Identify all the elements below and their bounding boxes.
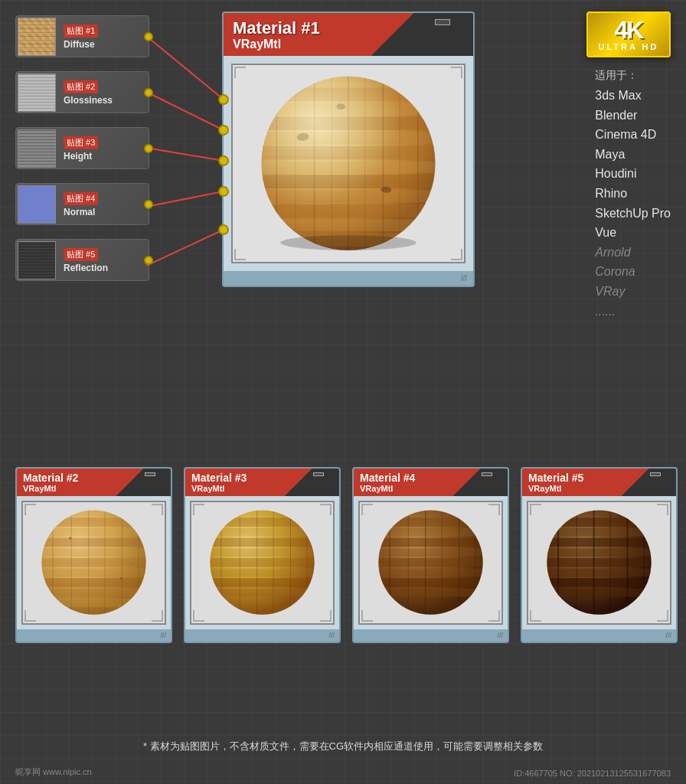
- nodes-panel: 贴图 #1 Diffuse 贴图 #2 Glossiness 贴图 #3 Hei…: [15, 15, 168, 281]
- svg-rect-78: [378, 558, 482, 567]
- corner-bl-2: [24, 610, 36, 622]
- svg-rect-80: [378, 578, 482, 587]
- compat-corona: Corona: [595, 262, 671, 282]
- preview-frame-3: [190, 501, 335, 624]
- compat-maya: Maya: [595, 145, 671, 165]
- node-number-3: 贴图 #3: [64, 136, 98, 149]
- svg-rect-95: [547, 569, 651, 577]
- minimize-button-5[interactable]: [650, 472, 661, 476]
- node-diffuse[interactable]: 贴图 #1 Diffuse: [15, 15, 149, 57]
- node-thumb-diffuse: [18, 18, 56, 56]
- svg-point-36: [280, 235, 416, 250]
- svg-rect-41: [41, 538, 145, 547]
- material-card-3-header: Material #3 VRayMtl: [185, 469, 339, 496]
- node-connector-2: [144, 88, 153, 97]
- badge-4k-text: 4K: [615, 18, 643, 42]
- svg-rect-58: [210, 518, 314, 528]
- corner-tr-2: [152, 504, 163, 515]
- compat-sketchup: SketchUp Pro: [595, 204, 671, 224]
- node-label-normal: 贴图 #4 Normal: [57, 188, 149, 220]
- sphere-2: [23, 502, 165, 622]
- svg-rect-42: [41, 549, 145, 557]
- sphere-5-svg: [528, 502, 670, 622]
- card-2-footer: ///: [17, 629, 171, 642]
- minimize-button-3[interactable]: [313, 472, 324, 476]
- corner-tl-2: [24, 504, 36, 515]
- corner-tr-4: [488, 504, 500, 515]
- svg-rect-81: [378, 589, 482, 597]
- compat-label: 适用于：: [595, 69, 671, 83]
- node-name-height: Height: [64, 151, 142, 162]
- svg-rect-74: [378, 518, 482, 528]
- preview-frame-main: [231, 64, 466, 263]
- material-card-main: Material #1 VRayMtl: [222, 11, 475, 287]
- compat-vray: VRay: [595, 282, 671, 302]
- svg-rect-44: [41, 569, 145, 577]
- corner-tr-5: [657, 504, 668, 515]
- svg-rect-75: [378, 528, 482, 537]
- material-2-title: Material #2: [23, 472, 165, 484]
- svg-rect-39: [41, 518, 145, 528]
- material-card-main-header: Material #1 VRayMtl: [224, 13, 473, 56]
- minimize-button-2[interactable]: [145, 472, 155, 476]
- svg-rect-79: [378, 569, 482, 577]
- minimize-button[interactable]: [435, 19, 450, 25]
- node-name-glossiness: Glossiness: [64, 95, 142, 106]
- material-2-preview: [17, 496, 171, 629]
- svg-rect-61: [210, 549, 314, 557]
- corner-br: [451, 249, 462, 260]
- corner-br-2: [152, 610, 163, 622]
- node-number-5: 贴图 #5: [64, 248, 98, 261]
- svg-rect-96: [547, 578, 651, 587]
- corner-tl-3: [193, 504, 204, 515]
- svg-point-35: [261, 77, 435, 250]
- node-normal[interactable]: 贴图 #4 Normal: [15, 183, 149, 225]
- compat-arnold: Arnold: [595, 243, 671, 263]
- card-3-footer: ///: [185, 629, 339, 642]
- card-5-footer: ///: [522, 629, 676, 642]
- node-connector-1: [144, 32, 153, 41]
- corner-tl-5: [530, 504, 541, 515]
- sphere-5: [528, 502, 670, 622]
- badge-4k: 4K ULTRA HD: [586, 11, 671, 57]
- node-name-normal: Normal: [64, 207, 142, 217]
- id-text: ID:4667705 NO: 20210213125531677083: [514, 769, 671, 778]
- svg-rect-55: [120, 577, 122, 580]
- corner-bl-3: [193, 610, 204, 622]
- node-glossiness[interactable]: 贴图 #2 Glossiness: [15, 71, 149, 113]
- badge-4k-sub: ULTRA HD: [599, 42, 659, 51]
- node-name-diffuse: Diffuse: [64, 39, 142, 50]
- minimize-button-4[interactable]: [482, 472, 492, 476]
- node-label-glossiness: 贴图 #2 Glossiness: [57, 76, 149, 109]
- sphere-2-svg: [23, 502, 165, 622]
- footer-note: * 素材为贴图图片，不含材质文件，需要在CG软件内相应通道使用，可能需要调整相关…: [15, 740, 671, 753]
- preview-frame-4: [358, 501, 503, 624]
- sphere-4-svg: [360, 502, 501, 622]
- node-height[interactable]: 贴图 #3 Height: [15, 127, 149, 169]
- material-main-title: Material #1: [233, 19, 464, 38]
- material-4-subtitle: VRayMtl: [360, 484, 501, 493]
- svg-rect-60: [210, 538, 314, 547]
- material-card-2: Material #2 VRayMtl: [15, 467, 172, 643]
- svg-rect-63: [210, 569, 314, 577]
- main-container: 贴图 #1 Diffuse 贴图 #2 Glossiness 贴图 #3 Hei…: [0, 0, 686, 784]
- sphere-main: [233, 65, 464, 262]
- svg-rect-40: [41, 528, 145, 537]
- material-5-title: Material #5: [528, 472, 670, 484]
- material-card-4: Material #4 VRayMtl: [352, 467, 509, 643]
- material-card-4-header: Material #4 VRayMtl: [354, 469, 508, 496]
- material-3-title: Material #3: [191, 472, 333, 484]
- svg-rect-54: [69, 537, 71, 540]
- corner-tl-4: [361, 504, 373, 515]
- node-thumb-height: [18, 129, 56, 168]
- corner-tr: [451, 67, 462, 78]
- corner-tr-3: [320, 504, 332, 515]
- corner-bl-5: [530, 610, 541, 622]
- material-3-preview: [185, 496, 339, 629]
- compat-cinema4d: Cinema 4D: [595, 125, 671, 145]
- svg-rect-62: [210, 558, 314, 567]
- material-card-3: Material #3 VRayMtl: [184, 467, 341, 643]
- compat-list: 适用于： 3ds Max Blender Cinema 4D Maya Houd…: [595, 69, 671, 321]
- node-reflection[interactable]: 贴图 #5 Reflection: [15, 239, 149, 281]
- svg-rect-65: [210, 589, 314, 597]
